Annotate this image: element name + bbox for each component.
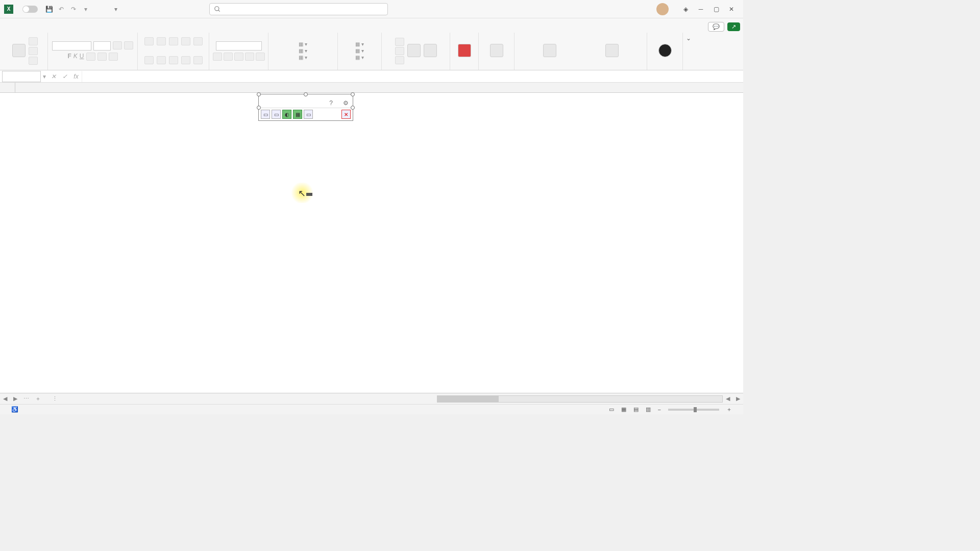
number-format-select[interactable]	[216, 41, 262, 51]
sheet-separator-icon[interactable]: ⋮	[49, 395, 61, 402]
formula-input[interactable]	[82, 71, 743, 82]
select-all-corner[interactable]	[0, 83, 15, 92]
titlebar: X 💾 ↶ ↷ ▾ ▾ ◈ ─ ▢ ✕	[0, 0, 743, 18]
decrease-font-icon[interactable]	[124, 41, 133, 49]
fill-icon[interactable]	[395, 47, 404, 55]
data-analysis-icon[interactable]	[490, 44, 503, 57]
tooltip	[306, 193, 312, 196]
wrap-text-icon[interactable]	[193, 37, 203, 45]
format-as-table-button[interactable]: ▦ ▾	[299, 48, 307, 54]
orientation-icon[interactable]	[181, 37, 190, 45]
clear-icon[interactable]	[395, 56, 404, 64]
display-settings-button[interactable]: ▭	[609, 406, 614, 413]
date-picker-addin[interactable]: ? ⚙ ▭ ▭ ◐ ▦ ▭ ✕	[258, 94, 353, 121]
calendar-tool-1-icon[interactable]: ▭	[261, 110, 270, 119]
view-page-layout-icon[interactable]: ▤	[633, 406, 639, 413]
status-accessibility[interactable]: ♿	[11, 406, 18, 413]
align-left-icon[interactable]	[144, 56, 154, 64]
ribbon-tabs: 💬 ↗	[0, 18, 743, 32]
insert-cells-button[interactable]: ▦ ▾	[355, 41, 364, 47]
ribbon-collapse-icon[interactable]: ⌄	[683, 33, 694, 70]
fx-icon[interactable]: fx	[70, 71, 82, 82]
name-box[interactable]	[2, 71, 41, 82]
zoom-in-icon[interactable]: ＋	[726, 406, 732, 413]
calendar-close-icon[interactable]: ✕	[341, 110, 351, 119]
percent-icon[interactable]	[224, 53, 233, 61]
sheet-nav-prev-icon[interactable]: ◀	[0, 395, 10, 402]
italic-icon[interactable]: K	[74, 53, 78, 61]
maximize-icon[interactable]: ▢	[708, 2, 724, 17]
search-icon	[214, 6, 221, 13]
align-middle-icon[interactable]	[157, 37, 166, 45]
calendar-tool-5-icon[interactable]: ▭	[304, 110, 313, 119]
paste-icon[interactable]	[12, 44, 26, 57]
sheet-nav-menu-icon[interactable]: ⋯	[20, 395, 32, 402]
sort-filter-icon[interactable]	[407, 44, 421, 57]
scroll-right-icon[interactable]: ▶	[733, 395, 743, 402]
currency-icon[interactable]	[213, 53, 222, 61]
cut-icon[interactable]	[29, 37, 38, 45]
cell-styles-button[interactable]: ▦ ▾	[299, 55, 307, 60]
delete-cells-button[interactable]: ▦ ▾	[355, 48, 364, 54]
border-icon[interactable]	[86, 53, 95, 61]
find-select-icon[interactable]	[424, 44, 437, 57]
status-bar: ♿ ▭ ▦ ▤ ▥ − ＋	[0, 404, 743, 414]
redo-icon[interactable]: ↷	[68, 4, 79, 14]
underline-icon[interactable]: U	[80, 53, 84, 61]
horizontal-scrollbar[interactable]	[437, 395, 723, 403]
align-bottom-icon[interactable]	[169, 37, 178, 45]
inc-decimal-icon[interactable]	[245, 53, 254, 61]
format-painter-icon[interactable]	[29, 57, 38, 65]
filename-dropdown-icon[interactable]: ▾	[114, 6, 117, 13]
zoom-slider[interactable]	[668, 409, 719, 411]
addins-icon[interactable]	[458, 44, 471, 57]
indent-dec-icon[interactable]	[181, 56, 190, 64]
undo-icon[interactable]: ↶	[56, 4, 66, 14]
conditional-formatting-button[interactable]: ▦ ▾	[299, 41, 307, 47]
scroll-left-icon[interactable]: ◀	[723, 395, 733, 402]
sheet-nav-next-icon[interactable]: ▶	[10, 395, 20, 402]
diamond-icon[interactable]: ◈	[678, 2, 693, 17]
font-color-icon[interactable]	[109, 53, 118, 61]
calendar-help-icon[interactable]: ?	[329, 99, 333, 107]
namebox-dropdown-icon[interactable]: ▾	[41, 73, 48, 80]
avatar[interactable]	[656, 3, 669, 15]
save-icon[interactable]: 💾	[44, 4, 54, 14]
zoom-out-icon[interactable]: −	[658, 407, 661, 413]
close-icon[interactable]: ✕	[724, 2, 739, 17]
calendar-settings-icon[interactable]: ⚙	[343, 99, 349, 107]
share-button[interactable]: ↗	[727, 22, 740, 31]
merge-icon[interactable]	[193, 56, 203, 64]
align-center-icon[interactable]	[157, 56, 166, 64]
create-pdf-outlook-icon[interactable]	[605, 44, 619, 57]
copy-icon[interactable]	[29, 47, 38, 55]
new-sheet-icon[interactable]: ＋	[32, 395, 44, 403]
dec-decimal-icon[interactable]	[256, 53, 265, 61]
align-top-icon[interactable]	[144, 37, 154, 45]
view-normal-icon[interactable]: ▦	[621, 406, 626, 413]
spreadsheet-grid[interactable]: ? ⚙ ▭ ▭ ◐ ▦ ▭ ✕ ↖	[0, 83, 743, 393]
autosum-icon[interactable]	[395, 38, 404, 46]
font-name-input[interactable]	[52, 41, 91, 51]
search-input[interactable]	[209, 3, 388, 15]
fill-color-icon[interactable]	[97, 53, 107, 61]
qat-dropdown-icon[interactable]: ▾	[81, 4, 91, 14]
increase-font-icon[interactable]	[113, 41, 122, 49]
comments-button[interactable]: 💬	[708, 22, 724, 32]
bold-icon[interactable]: F	[67, 53, 71, 61]
format-cells-button[interactable]: ▦ ▾	[355, 55, 364, 60]
autosave-toggle[interactable]	[22, 6, 38, 13]
chatgpt-icon[interactable]	[658, 44, 672, 57]
enter-formula-icon[interactable]: ✓	[59, 71, 70, 82]
minimize-icon[interactable]: ─	[693, 2, 708, 17]
cancel-formula-icon[interactable]: ✕	[48, 71, 59, 82]
calendar-tool-2-icon[interactable]: ▭	[272, 110, 281, 119]
svg-point-0	[215, 6, 219, 10]
create-pdf-link-icon[interactable]	[543, 44, 556, 57]
align-right-icon[interactable]	[169, 56, 178, 64]
comma-icon[interactable]	[234, 53, 243, 61]
calendar-tool-4-icon[interactable]: ▦	[293, 110, 302, 119]
font-size-input[interactable]	[93, 41, 111, 51]
view-page-break-icon[interactable]: ▥	[646, 406, 651, 413]
calendar-system-icon[interactable]: ◐	[282, 110, 291, 119]
